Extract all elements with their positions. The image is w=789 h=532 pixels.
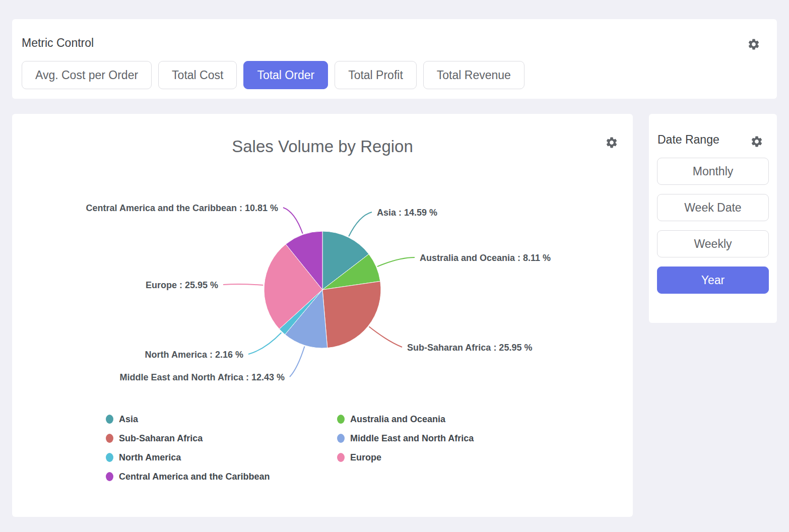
pie-label-australia-and-oceania: Australia and Oceania : 8.11 % [420, 253, 551, 263]
metric-button-total-profit[interactable]: Total Profit [335, 61, 417, 89]
metric-button-total-order[interactable]: Total Order [243, 61, 328, 89]
legend-item-sub-saharan-africa[interactable]: Sub-Saharan Africa [106, 432, 337, 444]
pie-leader-line-europe [223, 284, 263, 285]
pie-leader-line-middle-east-and-north-africa [290, 347, 305, 377]
metric-settings-button[interactable] [747, 38, 760, 51]
pie-label-sub-saharan-africa: Sub-Saharan Africa : 25.95 % [407, 343, 532, 353]
legend-label: Sub-Saharan Africa [119, 433, 203, 444]
pie-leader-line-asia [349, 212, 372, 236]
gear-icon [747, 38, 760, 51]
legend-item-asia[interactable]: Asia [106, 413, 337, 425]
metric-button-avg-cost-per-order[interactable]: Avg. Cost per Order [22, 61, 152, 89]
metric-button-row: Avg. Cost per OrderTotal CostTotal Order… [22, 61, 524, 89]
legend-dot-icon [106, 415, 113, 424]
legend-label: Australia and Oceania [350, 414, 445, 425]
legend-dot-icon [106, 472, 113, 481]
legend-label: Central America and the Caribbean [119, 472, 270, 482]
sales-volume-chart-panel: Sales Volume by Region Asia : 14.59 %Aus… [12, 114, 633, 517]
legend-item-north-america[interactable]: North America [106, 451, 337, 463]
legend-label: North America [119, 452, 181, 463]
legend-dot-icon [106, 434, 113, 443]
pie-leader-line-sub-saharan-africa [369, 326, 402, 347]
date-range-panel: Date Range MonthlyWeek DateWeeklyYear [649, 114, 777, 323]
legend-label: Europe [350, 452, 381, 463]
date-range-settings-button[interactable] [750, 135, 763, 148]
legend-dot-icon [337, 415, 345, 424]
legend-label: Middle East and North Africa [350, 433, 474, 444]
date-button-weekly[interactable]: Weekly [657, 230, 769, 257]
pie-label-asia: Asia : 14.59 % [377, 208, 437, 218]
legend-dot-icon [337, 453, 345, 462]
pie-slice-sub-saharan-africa[interactable] [322, 281, 381, 348]
pie-label-middle-east-and-north-africa: Middle East and North Africa : 12.43 % [120, 372, 285, 382]
pie-leader-line-australia-and-oceania [377, 257, 415, 267]
gear-icon [750, 135, 763, 148]
pie-leader-line-central-america-and-the-caribbean [283, 208, 303, 234]
pie-label-north-america: North America : 2.16 % [145, 350, 243, 360]
pie-label-europe: Europe : 25.95 % [146, 280, 218, 290]
metric-button-total-revenue[interactable]: Total Revenue [423, 61, 524, 89]
legend-item-central-america-and-the-caribbean[interactable]: Central America and the Caribbean [106, 471, 337, 483]
legend-dot-icon [106, 453, 113, 462]
chart-legend: AsiaAustralia and OceaniaSub-Saharan Afr… [106, 413, 474, 483]
date-button-column: MonthlyWeek DateWeeklyYear [657, 158, 769, 294]
legend-item-middle-east-and-north-africa[interactable]: Middle East and North Africa [337, 432, 474, 444]
date-button-year[interactable]: Year [657, 267, 769, 294]
date-button-monthly[interactable]: Monthly [657, 158, 769, 185]
date-button-week-date[interactable]: Week Date [657, 194, 769, 221]
pie-label-central-america-and-the-caribbean: Central America and the Caribbean : 10.8… [86, 203, 278, 213]
legend-label: Asia [119, 414, 138, 425]
legend-dot-icon [337, 434, 345, 443]
metric-control-panel: Metric Control Avg. Cost per OrderTotal … [12, 19, 777, 99]
pie-leader-line-north-america [248, 332, 281, 354]
metric-control-title: Metric Control [22, 36, 94, 50]
date-range-title: Date Range [658, 133, 719, 147]
legend-item-europe[interactable]: Europe [337, 451, 474, 463]
legend-item-australia-and-oceania[interactable]: Australia and Oceania [337, 413, 474, 425]
metric-button-total-cost[interactable]: Total Cost [158, 61, 237, 89]
